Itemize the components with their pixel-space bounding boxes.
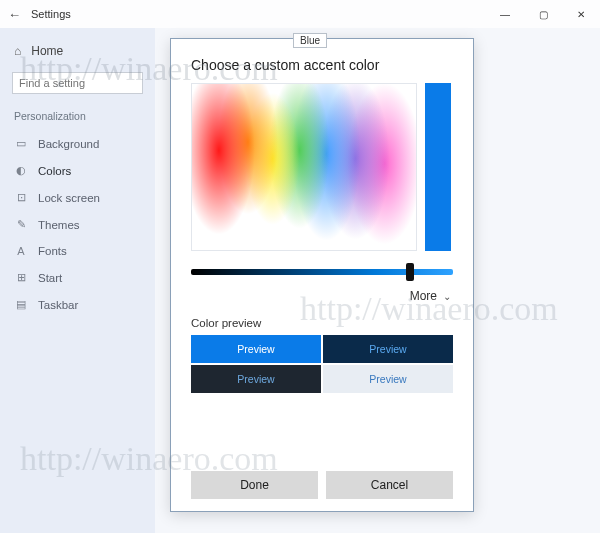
sidebar-item-label: Colors (38, 165, 71, 177)
sidebar: ⌂ Home Personalization ▭ Background ◐ Co… (0, 28, 155, 533)
color-picker-dialog: Choose a custom accent color More ⌄ Colo… (170, 38, 474, 512)
sidebar-item-start[interactable]: ⊞ Start (0, 264, 155, 291)
search-input[interactable] (12, 72, 143, 94)
back-button[interactable]: ← (8, 7, 21, 22)
titlebar: ← Settings — ▢ ✕ (0, 0, 600, 28)
home-label: Home (31, 44, 63, 58)
hue-bar[interactable] (425, 83, 451, 251)
section-label: Personalization (0, 106, 155, 130)
sidebar-item-label: Fonts (38, 245, 67, 257)
sidebar-item-lockscreen[interactable]: ⊡ Lock screen (0, 184, 155, 211)
window-title: Settings (31, 8, 71, 20)
taskbar-icon: ▤ (14, 298, 28, 311)
sidebar-item-label: Themes (38, 219, 80, 231)
sidebar-item-fonts[interactable]: A Fonts (0, 238, 155, 264)
start-icon: ⊞ (14, 271, 28, 284)
chevron-down-icon: ⌄ (443, 291, 451, 302)
preview-label: Color preview (191, 317, 453, 329)
home-icon: ⌂ (14, 44, 21, 58)
sidebar-item-label: Taskbar (38, 299, 78, 311)
preview-grid: Preview Preview Preview Preview (191, 335, 453, 393)
colors-icon: ◐ (14, 164, 28, 177)
close-button[interactable]: ✕ (562, 0, 600, 28)
slider-thumb[interactable] (406, 263, 414, 281)
color-tooltip: Blue (293, 33, 327, 48)
sidebar-item-label: Background (38, 138, 99, 150)
more-toggle[interactable]: More ⌄ (193, 289, 451, 303)
sidebar-item-background[interactable]: ▭ Background (0, 130, 155, 157)
home-nav[interactable]: ⌂ Home (0, 38, 155, 64)
cancel-button[interactable]: Cancel (326, 471, 453, 499)
done-button[interactable]: Done (191, 471, 318, 499)
minimize-button[interactable]: — (486, 0, 524, 28)
preview-swatch-dark-bg: Preview (191, 365, 321, 393)
sidebar-item-themes[interactable]: ✎ Themes (0, 211, 155, 238)
sidebar-item-taskbar[interactable]: ▤ Taskbar (0, 291, 155, 318)
value-slider[interactable] (191, 269, 453, 275)
background-icon: ▭ (14, 137, 28, 150)
preview-swatch-dark-accent: Preview (323, 335, 453, 363)
themes-icon: ✎ (14, 218, 28, 231)
lockscreen-icon: ⊡ (14, 191, 28, 204)
sidebar-item-label: Lock screen (38, 192, 100, 204)
sidebar-item-colors[interactable]: ◐ Colors (0, 157, 155, 184)
maximize-button[interactable]: ▢ (524, 0, 562, 28)
color-canvas[interactable] (191, 83, 417, 251)
preview-swatch-light-accent: Preview (191, 335, 321, 363)
dialog-title: Choose a custom accent color (191, 57, 453, 73)
sidebar-item-label: Start (38, 272, 62, 284)
preview-swatch-light-bg: Preview (323, 365, 453, 393)
fonts-icon: A (14, 245, 28, 257)
more-label: More (410, 289, 437, 303)
